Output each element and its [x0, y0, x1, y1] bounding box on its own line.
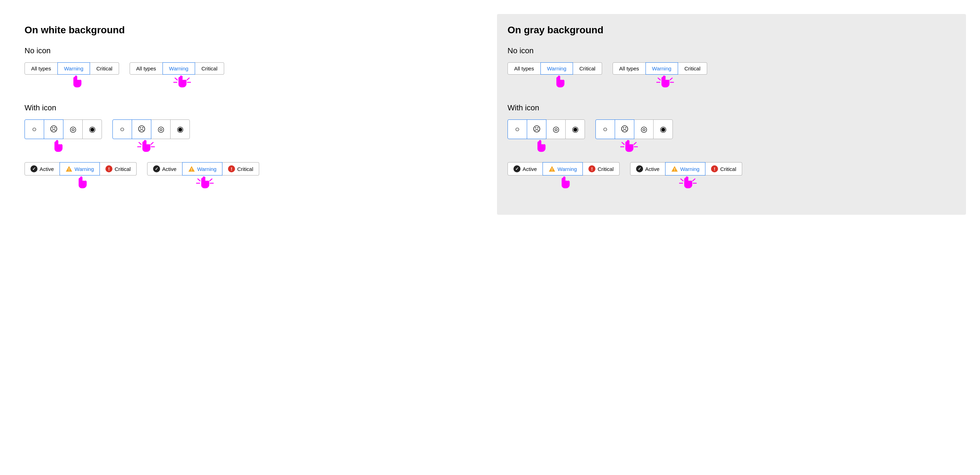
tab-all-types-2[interactable]: All types	[130, 62, 163, 75]
gray-icon-tab-bullseye-2[interactable]: ◎	[634, 120, 654, 139]
warning-triangle-icon-2: !	[188, 166, 195, 172]
status-tab-active-2[interactable]: ✓ Active	[147, 162, 183, 175]
gray-no-icon-group1: All types Warning Critical	[508, 62, 602, 75]
gray-no-icon-group2: All types Warning Critical	[612, 62, 707, 75]
tab-warning-1[interactable]: Warning	[57, 62, 90, 75]
gray-no-icon-subsection: No icon All types Warning Critical All	[508, 46, 956, 89]
gray-icon-tab-smiley-2[interactable]: ☹	[615, 120, 634, 139]
white-no-icon-title: No icon	[24, 46, 473, 55]
active-label-2: Active	[162, 166, 177, 172]
warning-label-2: Warning	[197, 166, 216, 172]
white-icon-group1: ○ ☹ ◎ ◉	[24, 120, 102, 139]
icon-tab-smiley-2[interactable]: ☹	[132, 120, 151, 139]
white-bg-title: On white background	[24, 24, 473, 36]
gray-critical-icon-2: !	[711, 165, 718, 172]
white-with-icon-title: With icon	[24, 104, 473, 112]
svg-line-8	[139, 142, 142, 145]
click-effect-3	[194, 176, 215, 190]
gray-with-icon-subsection: With icon ○ ☹ ◎ ◉ ○	[508, 104, 956, 190]
icon-tab-bullseye-1[interactable]: ◎	[63, 120, 83, 139]
gray-icon-tab-dot-1[interactable]: ◉	[565, 120, 585, 139]
gray-icon-tab-bullseye-1[interactable]: ◎	[546, 120, 566, 139]
icon-tab-circle-1[interactable]: ○	[24, 120, 44, 139]
click-effect-1	[172, 75, 192, 89]
gray-bg-title: On gray background	[508, 24, 956, 36]
gray-bg-section: On gray background No icon All types War…	[497, 14, 966, 215]
tab-critical-1[interactable]: Critical	[90, 62, 119, 75]
white-status-group1: ✓ Active ! Warning ! Critical	[24, 162, 137, 175]
status-tab-active-1[interactable]: ✓ Active	[24, 162, 60, 175]
gray-status-tab-active-1[interactable]: ✓ Active	[508, 162, 543, 175]
svg-line-18	[210, 179, 212, 181]
hand-cursor-3	[52, 140, 64, 152]
gray-icon-group2-wrapper: ○ ☹ ◎ ◉	[595, 120, 673, 154]
gray-status-tab-warning-2[interactable]: ! Warning	[665, 162, 705, 175]
gray-tab-all-types-1[interactable]: All types	[508, 62, 541, 75]
svg-line-28	[633, 142, 636, 145]
gray-critical-label-1: Critical	[598, 166, 614, 172]
critical-label-2: Critical	[237, 166, 253, 172]
white-icon-tabs-row: ○ ☹ ◎ ◉ ○ ☹ ◎ ◉	[24, 120, 473, 154]
gray-check-icon-2: ✓	[636, 165, 643, 172]
gray-no-icon-group2-wrapper: All types Warning Critical	[612, 62, 707, 89]
gray-tab-critical-2[interactable]: Critical	[678, 62, 707, 75]
gray-critical-label-2: Critical	[720, 166, 736, 172]
click-effect-2	[135, 140, 157, 154]
gray-status-tab-critical-2[interactable]: ! Critical	[705, 162, 742, 175]
svg-line-9	[151, 142, 153, 145]
white-no-icon-group1: All types Warning Critical	[24, 62, 119, 75]
click-effect-4	[655, 75, 676, 89]
icon-tab-dot-1[interactable]: ◉	[82, 120, 102, 139]
icon-tab-smiley-1[interactable]: ☹	[44, 120, 64, 139]
icon-tab-circle-2[interactable]: ○	[113, 120, 132, 139]
status-tab-warning-1[interactable]: ! Warning	[60, 162, 100, 175]
status-tab-critical-1[interactable]: ! Critical	[99, 162, 137, 175]
gray-status-tab-critical-1[interactable]: ! Critical	[582, 162, 620, 175]
white-status-tabs-row: ✓ Active ! Warning ! Critical	[24, 162, 473, 190]
click-effect-5	[619, 140, 640, 154]
gray-active-label-1: Active	[523, 166, 537, 172]
tab-critical-2[interactable]: Critical	[195, 62, 224, 75]
white-with-icon-subsection: With icon ○ ☹ ◎ ◉ ○	[24, 104, 473, 190]
status-tab-critical-2[interactable]: ! Critical	[222, 162, 259, 175]
icon-tab-dot-2[interactable]: ◉	[170, 120, 190, 139]
white-status-group2-wrapper: ✓ Active ! Warning ! Critical	[147, 162, 259, 190]
check-icon-2: ✓	[153, 165, 160, 172]
gray-tab-warning-2[interactable]: Warning	[646, 62, 678, 75]
gray-tab-warning-1[interactable]: Warning	[541, 62, 573, 75]
white-icon-group1-wrapper: ○ ☹ ◎ ◉	[24, 120, 102, 154]
gray-status-tab-active-2[interactable]: ✓ Active	[630, 162, 665, 175]
status-tab-warning-2[interactable]: ! Warning	[182, 162, 223, 175]
svg-line-4	[187, 78, 189, 80]
gray-no-icon-title: No icon	[508, 46, 956, 55]
gray-status-tab-warning-1[interactable]: ! Warning	[542, 162, 583, 175]
svg-line-37	[692, 179, 695, 181]
svg-line-36	[681, 179, 683, 181]
gray-icon-tab-dot-2[interactable]: ◉	[653, 120, 673, 139]
gray-icon-tab-circle-1[interactable]: ○	[508, 120, 527, 139]
white-icon-group2: ○ ☹ ◎ ◉	[113, 120, 190, 139]
warning-triangle-icon-1: !	[65, 166, 73, 172]
gray-icon-tab-smiley-1[interactable]: ☹	[527, 120, 546, 139]
tab-all-types-1[interactable]: All types	[24, 62, 58, 75]
svg-text:!: !	[68, 167, 70, 172]
gray-icon-group2: ○ ☹ ◎ ◉	[595, 120, 673, 139]
warning-label-1: Warning	[75, 166, 94, 172]
icon-tab-bullseye-2[interactable]: ◎	[151, 120, 170, 139]
critical-icon-1: !	[105, 165, 113, 172]
gray-tab-all-types-2[interactable]: All types	[612, 62, 646, 75]
gray-active-label-2: Active	[645, 166, 660, 172]
svg-text:!: !	[674, 167, 675, 172]
svg-text:!: !	[551, 167, 553, 172]
gray-icon-tab-circle-2[interactable]: ○	[595, 120, 615, 139]
gray-status-tabs-row: ✓ Active ! Warning ! Critical	[508, 162, 956, 190]
hand-cursor-5	[77, 176, 88, 189]
tab-warning-2[interactable]: Warning	[162, 62, 195, 75]
gray-warning-triangle-icon-2: !	[671, 166, 678, 172]
gray-tab-critical-1[interactable]: Critical	[573, 62, 602, 75]
gray-no-icon-row: All types Warning Critical All types War…	[508, 62, 956, 89]
white-no-icon-row: All types Warning Critical All types War…	[24, 62, 473, 89]
gray-status-group1-wrapper: ✓ Active ! Warning ! Critical	[508, 162, 620, 190]
white-no-icon-subsection: No icon All types Warning Critical	[24, 46, 473, 89]
svg-line-3	[175, 78, 178, 80]
